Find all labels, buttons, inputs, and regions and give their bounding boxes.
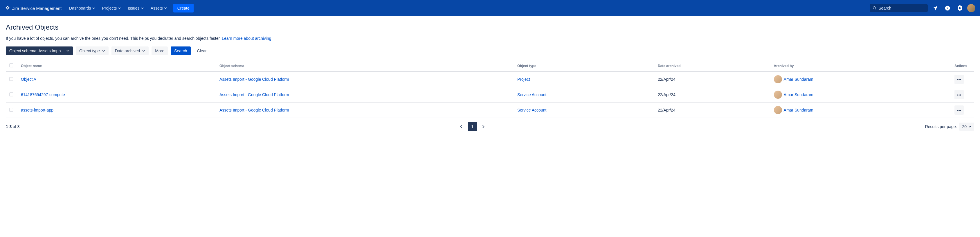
object-name-link[interactable]: Object A bbox=[21, 77, 36, 82]
nav-links: Dashboards Projects Issues Assets Create bbox=[66, 3, 194, 13]
chevron-down-icon bbox=[92, 7, 95, 10]
objects-table: Object name Object schema Object type Da… bbox=[6, 60, 974, 118]
nav-projects[interactable]: Projects bbox=[99, 3, 124, 13]
notifications-icon[interactable] bbox=[931, 3, 940, 13]
product-logo[interactable]: Jira Service Management bbox=[5, 5, 62, 11]
date-cell: 22/Apr/24 bbox=[654, 103, 770, 118]
row-actions-button[interactable]: ••• bbox=[955, 75, 964, 84]
row-checkbox[interactable] bbox=[9, 108, 13, 112]
archiver-link[interactable]: Amar Sundaram bbox=[784, 77, 813, 82]
nav-assets[interactable]: Assets bbox=[148, 3, 170, 13]
results-per-page-select[interactable]: 20 bbox=[959, 122, 974, 131]
clear-button[interactable]: Clear bbox=[194, 46, 210, 55]
object-schema-link[interactable]: Assets Import - Google Cloud Platform bbox=[220, 77, 289, 82]
global-search[interactable] bbox=[870, 4, 928, 12]
filter-bar: Object schema: Assets Impo... Object typ… bbox=[6, 46, 974, 55]
page-controls: 1 bbox=[457, 122, 488, 131]
prev-page-button[interactable] bbox=[457, 122, 466, 131]
chevron-down-icon bbox=[102, 49, 105, 52]
filter-more[interactable]: More bbox=[151, 46, 168, 55]
pagination: 1-3 of 3 1 Results per page: 20 bbox=[6, 118, 974, 135]
product-name: Jira Service Management bbox=[12, 6, 62, 11]
settings-icon[interactable] bbox=[955, 3, 964, 13]
chevron-down-icon bbox=[118, 7, 121, 10]
search-input[interactable] bbox=[878, 6, 925, 10]
object-type-link[interactable]: Service Account bbox=[517, 108, 546, 112]
chevron-down-icon bbox=[164, 7, 167, 10]
object-schema-link[interactable]: Assets Import - Google Cloud Platform bbox=[220, 108, 289, 112]
table-row: 614187694297-compute Assets Import - Goo… bbox=[6, 87, 974, 103]
chevron-down-icon bbox=[67, 49, 69, 52]
help-icon[interactable]: ? bbox=[943, 3, 952, 13]
object-type-link[interactable]: Service Account bbox=[517, 92, 546, 97]
row-actions-button[interactable]: ••• bbox=[955, 90, 964, 99]
learn-more-link[interactable]: Learn more about archiving bbox=[222, 36, 271, 41]
row-checkbox[interactable] bbox=[9, 77, 13, 81]
svg-point-0 bbox=[873, 7, 875, 9]
nav-right: ? bbox=[870, 3, 975, 13]
page-info: 1-3 of 3 bbox=[6, 124, 20, 129]
archiver-link[interactable]: Amar Sundaram bbox=[784, 108, 813, 112]
col-actions: Actions bbox=[951, 60, 974, 72]
nav-dashboards[interactable]: Dashboards bbox=[66, 3, 98, 13]
col-archived-by: Archived by bbox=[770, 60, 951, 72]
page-description: If you have a lot of objects, you can ar… bbox=[6, 36, 974, 41]
col-object-name: Object name bbox=[18, 60, 216, 72]
date-cell: 22/Apr/24 bbox=[654, 87, 770, 103]
svg-line-1 bbox=[875, 9, 877, 10]
jira-icon bbox=[5, 5, 10, 11]
chevron-right-icon bbox=[482, 125, 485, 128]
object-type-link[interactable]: Project bbox=[517, 77, 530, 82]
user-avatar[interactable] bbox=[967, 4, 975, 12]
page-title: Archived Objects bbox=[6, 23, 974, 31]
select-all-checkbox[interactable] bbox=[9, 63, 13, 67]
date-cell: 22/Apr/24 bbox=[654, 72, 770, 87]
page-content: Archived Objects If you have a lot of ob… bbox=[0, 16, 980, 142]
object-schema-link[interactable]: Assets Import - Google Cloud Platform bbox=[220, 92, 289, 97]
chevron-down-icon bbox=[142, 49, 145, 52]
filter-object-schema[interactable]: Object schema: Assets Impo... bbox=[6, 46, 73, 55]
object-name-link[interactable]: 614187694297-compute bbox=[21, 92, 65, 97]
object-name-link[interactable]: assets-import-app bbox=[21, 108, 53, 112]
search-icon bbox=[873, 6, 877, 10]
chevron-down-icon bbox=[968, 125, 971, 128]
col-object-type: Object type bbox=[514, 60, 654, 72]
row-actions-button[interactable]: ••• bbox=[955, 105, 964, 115]
table-row: assets-import-app Assets Import - Google… bbox=[6, 103, 974, 118]
archiver-avatar bbox=[774, 106, 782, 114]
svg-text:?: ? bbox=[946, 6, 948, 10]
chevron-left-icon bbox=[460, 125, 463, 128]
top-navigation: Jira Service Management Dashboards Proje… bbox=[0, 0, 980, 16]
archiver-avatar bbox=[774, 75, 782, 83]
chevron-down-icon bbox=[141, 7, 144, 10]
col-object-schema: Object schema bbox=[216, 60, 514, 72]
filter-date-archived[interactable]: Date archived bbox=[111, 46, 149, 55]
results-per-page: Results per page: 20 bbox=[925, 122, 974, 131]
archiver-avatar bbox=[774, 91, 782, 99]
create-button[interactable]: Create bbox=[173, 4, 194, 13]
page-1-button[interactable]: 1 bbox=[468, 122, 477, 131]
filter-object-type[interactable]: Object type bbox=[76, 46, 108, 55]
nav-issues[interactable]: Issues bbox=[125, 3, 146, 13]
next-page-button[interactable] bbox=[479, 122, 488, 131]
row-checkbox[interactable] bbox=[9, 92, 13, 96]
table-row: Object A Assets Import - Google Cloud Pl… bbox=[6, 72, 974, 87]
col-date-archived: Date archived bbox=[654, 60, 770, 72]
search-button[interactable]: Search bbox=[171, 46, 191, 55]
archiver-link[interactable]: Amar Sundaram bbox=[784, 92, 813, 97]
